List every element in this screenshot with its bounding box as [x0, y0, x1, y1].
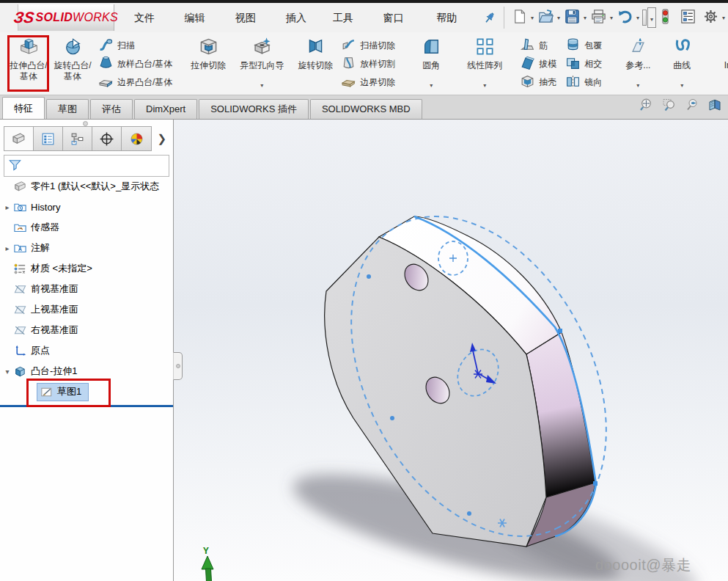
chevron-down-icon[interactable]: ▾ — [483, 80, 486, 93]
ribbon-swept-boss-button[interactable]: 扫描 — [96, 37, 176, 55]
ribbon-curves-button[interactable]: 曲线▾ — [660, 34, 704, 93]
ribbon-linear-pattern-button[interactable]: 线性阵列▾ — [453, 34, 516, 93]
selected-tree-item[interactable]: 草图1 — [37, 383, 89, 401]
tab-dimxpert[interactable]: DimXpert — [134, 99, 197, 119]
tab-sw-mbd[interactable]: SOLIDWORKS MBD — [310, 99, 422, 119]
extruded-boss-base-icon — [19, 37, 39, 60]
undo-button[interactable] — [616, 7, 634, 29]
chevron-down-icon[interactable]: ▾ — [430, 80, 433, 93]
rebuild-button[interactable] — [656, 7, 674, 29]
ribbon-hole-wizard-button[interactable]: 异型孔向导▾ — [230, 34, 293, 93]
chevron-down-icon[interactable]: ▾ — [557, 15, 560, 21]
ribbon-boundary-cut-button[interactable]: 边界切除 — [339, 73, 399, 92]
tree-item-top-plane[interactable]: 上视基准面 — [0, 299, 173, 320]
save-icon — [564, 8, 581, 28]
chevron-down-icon[interactable]: ▾ — [260, 80, 263, 93]
chevron-down-icon[interactable]: ▾ — [531, 15, 534, 21]
tree-item-front-plane[interactable]: 前视基准面 — [0, 279, 173, 299]
menu-insert[interactable]: 插入(I) — [276, 3, 323, 32]
save-button[interactable] — [563, 7, 581, 29]
chevron-down-icon[interactable]: ▾ — [722, 15, 725, 21]
tree-item-part[interactable]: 零件1 (默认<<默认>_显示状态 — [0, 176, 173, 197]
menu-help[interactable]: 帮助(H) — [427, 3, 478, 32]
orientation-triad: Y — [197, 546, 219, 581]
file-properties-button[interactable] — [679, 7, 697, 29]
ribbon-wrap-button[interactable]: 包覆 — [563, 37, 606, 55]
ribbon-fillet-button[interactable]: 圆角▾ — [409, 34, 453, 93]
tree-item-history[interactable]: ▸History — [0, 197, 173, 217]
expander-open-icon[interactable]: ▾ — [1, 368, 13, 376]
configurationmanager-tab[interactable] — [63, 127, 92, 150]
ribbon-stack: 筋拔模抽壳 — [516, 34, 562, 93]
dimxpertmanager-tab[interactable] — [92, 127, 122, 150]
menu-file[interactable]: 文件(F) — [125, 3, 174, 32]
ribbon-extruded-cut-button[interactable]: 拉伸切除 — [186, 34, 230, 93]
ribbon-mirror-button[interactable]: 镜向 — [563, 73, 606, 92]
ribbon-fillet-label: 圆角 — [422, 60, 440, 71]
chevron-down-icon[interactable]: ▾ — [680, 80, 683, 93]
menu-edit[interactable]: 编辑(E) — [174, 3, 225, 32]
pin-menubar-button[interactable] — [479, 10, 499, 25]
tab-sw-addins[interactable]: SOLIDWORKS 插件 — [199, 99, 309, 119]
options-button[interactable] — [702, 7, 720, 29]
tab-evaluate[interactable]: 评估 — [90, 99, 133, 119]
tree-item-sensors[interactable]: 传感器 — [0, 217, 173, 238]
menu-window[interactable]: 窗口(W) — [374, 3, 427, 32]
ribbon-reference-geometry-button[interactable]: 参考...▾ — [616, 34, 660, 93]
ribbon-lofted-boss-button[interactable]: 放样凸台/基体 — [96, 55, 176, 73]
material-icon — [13, 262, 27, 276]
ribbon-revolved-cut-button[interactable]: 旋转切除 — [293, 34, 337, 93]
open-document-button[interactable] — [537, 7, 555, 29]
chevron-down-icon[interactable]: ▾ — [610, 15, 613, 21]
section-view-icon[interactable] — [707, 98, 722, 115]
ribbon-extruded-boss-base-button[interactable]: 拉伸凸台/基体 — [7, 34, 51, 93]
rollback-bar[interactable] — [0, 405, 173, 407]
propertymanager-tab[interactable] — [34, 127, 63, 150]
chevron-down-icon[interactable]: ▾ — [584, 15, 587, 21]
tab-sketch[interactable]: 草图 — [46, 99, 89, 119]
chevron-right-icon[interactable]: ❯ — [152, 126, 169, 151]
displaymanager-tab[interactable] — [122, 127, 151, 150]
ribbon-swept-cut-button[interactable]: 扫描切除 — [339, 37, 399, 55]
menu-view[interactable]: 视图(V) — [226, 3, 276, 32]
tree-item-material[interactable]: 材质 <未指定> — [0, 258, 173, 279]
panel-drag-dot[interactable] — [83, 121, 88, 126]
ribbon-rib-button[interactable]: 筋 — [518, 37, 560, 55]
expander-closed-icon[interactable]: ▸ — [1, 203, 13, 211]
panel-splitter-handle[interactable] — [173, 352, 183, 380]
ribbon-intersect-button[interactable]: 相交 — [563, 55, 606, 73]
ribbon-boundary-boss-button[interactable]: 边界凸台/基体 — [96, 73, 176, 92]
tree-item-origin[interactable]: 原点 — [0, 340, 173, 361]
chevron-down-icon[interactable]: ▾ — [636, 80, 639, 93]
previous-view-icon[interactable] — [685, 98, 699, 115]
ribbon-draft-button[interactable]: 拔模 — [518, 55, 560, 73]
ribbon-instant3d-button[interactable]: Instant3D — [713, 34, 728, 93]
expander-closed-icon[interactable]: ▸ — [1, 244, 13, 252]
print-button[interactable] — [589, 7, 608, 29]
tree-item-sketch1[interactable]: 草图1 — [0, 381, 173, 402]
feature-tree: 零件1 (默认<<默认>_显示状态▸History传感器▸注解材质 <未指定>前… — [0, 174, 173, 402]
zoom-area-icon[interactable] — [662, 98, 677, 115]
new-document-button[interactable] — [510, 7, 529, 29]
plane-icon — [13, 282, 27, 296]
tree-item-boss-extrude1[interactable]: ▾凸台-拉伸1 — [0, 361, 173, 381]
tree-item-annotations[interactable]: ▸注解 — [0, 238, 173, 258]
panel-header: ❯ — [4, 126, 169, 151]
select-button[interactable] — [642, 10, 647, 26]
panel-manager-tabs — [4, 126, 152, 151]
graphics-viewport[interactable]: Y dooooit@暴走 — [174, 120, 728, 581]
ribbon-group: 参考...▾曲线▾ — [614, 34, 706, 93]
chevron-down-icon[interactable]: ▾ — [636, 15, 639, 21]
ribbon-shell-button[interactable]: 抽壳 — [518, 73, 560, 92]
ribbon-lofted-cut-button[interactable]: 放样切割 — [339, 55, 399, 73]
ribbon-revolved-cut-label: 旋转切除 — [298, 60, 333, 71]
zoom-fit-icon[interactable] — [639, 98, 654, 115]
tree-item-boss-extrude1-label: 凸台-拉伸1 — [31, 365, 78, 378]
part-model-scene[interactable] — [174, 120, 728, 581]
select-dropdown[interactable]: ▾ — [647, 7, 656, 28]
ribbon-revolved-boss-base-button[interactable]: 旋转凸台/基体 — [51, 34, 95, 93]
tree-item-right-plane[interactable]: 右视基准面 — [0, 320, 173, 340]
menu-tools[interactable]: 工具(T) — [323, 3, 373, 32]
featuremanager-tab[interactable] — [4, 127, 34, 150]
tab-features[interactable]: 特征 — [2, 97, 45, 119]
